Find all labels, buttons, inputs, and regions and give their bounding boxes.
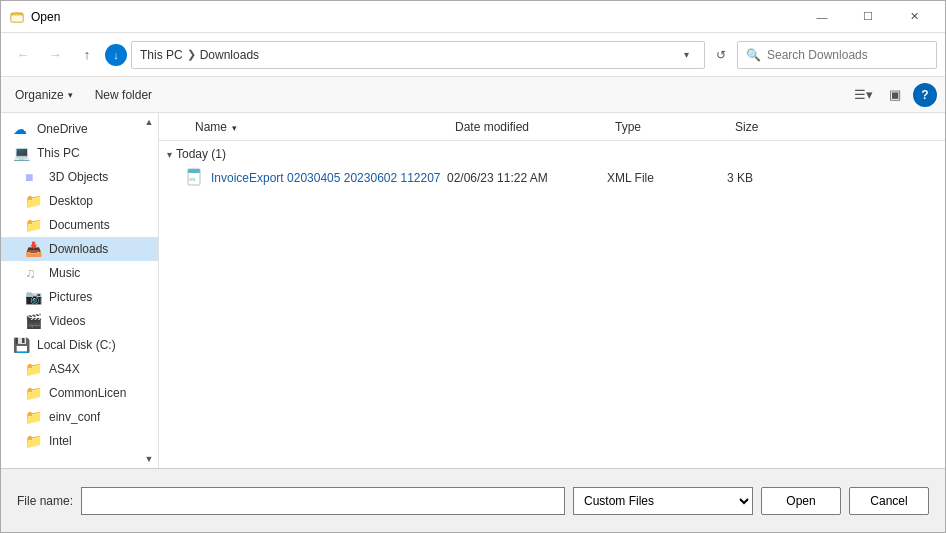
sidebar-item-intel-label: Intel (49, 434, 72, 448)
sidebar-scroll-up[interactable]: ▲ (142, 115, 156, 129)
crumb-thispc[interactable]: This PC (140, 48, 183, 62)
music-icon: ♫ (25, 265, 43, 281)
sidebar-item-localdisk[interactable]: 💾 Local Disk (C:) (1, 333, 158, 357)
col-header-type[interactable]: Type (611, 120, 731, 134)
sidebar-scroll-down[interactable]: ▼ (142, 452, 156, 466)
main-content: ▲ ☁ OneDrive 💻 This PC ■ 3D Objects 📁 De… (1, 113, 945, 468)
file-name: InvoiceExport 02030405 20230602 112207 (211, 171, 447, 185)
computer-icon: 💻 (13, 145, 31, 161)
forward-button[interactable]: → (41, 41, 69, 69)
sidebar-item-einv-conf[interactable]: 📁 einv_conf (1, 405, 158, 429)
new-folder-button[interactable]: New folder (87, 84, 160, 106)
up-button[interactable]: ↑ (73, 41, 101, 69)
breadcrumb: This PC ❯ Downloads (140, 48, 672, 62)
cancel-button[interactable]: Cancel (849, 487, 929, 515)
organize-bar: Organize ▾ New folder ☰▾ ▣ ? (1, 77, 945, 113)
pictures-icon: 📷 (25, 289, 43, 305)
svg-rect-3 (188, 169, 200, 173)
organize-label: Organize (15, 88, 64, 102)
sidebar-item-music[interactable]: ♫ Music (1, 261, 158, 285)
address-bar[interactable]: This PC ❯ Downloads ▾ (131, 41, 705, 69)
commonlicen-icon: 📁 (25, 385, 43, 401)
sidebar-item-desktop-label: Desktop (49, 194, 93, 208)
search-box: 🔍 (737, 41, 937, 69)
sidebar-item-thispc[interactable]: 💻 This PC (1, 141, 158, 165)
desktop-icon: 📁 (25, 193, 43, 209)
address-toolbar: ← → ↑ ↓ This PC ❯ Downloads ▾ ↺ 🔍 (1, 33, 945, 77)
group-label: Today (1) (176, 147, 226, 161)
sidebar-item-desktop[interactable]: 📁 Desktop (1, 189, 158, 213)
filename-input[interactable] (81, 487, 565, 515)
address-dropdown-button[interactable]: ▾ (676, 45, 696, 65)
bottom-bar: File name: Custom Files Open Cancel (1, 468, 945, 532)
dialog-icon (9, 9, 25, 25)
filetype-select[interactable]: Custom Files (573, 487, 753, 515)
name-sort-icon: ▾ (232, 123, 237, 133)
refresh-button[interactable]: ↺ (709, 43, 733, 67)
sidebar-item-downloads-label: Downloads (49, 242, 108, 256)
location-icon: ↓ (105, 44, 127, 66)
action-buttons: Open Cancel (761, 487, 929, 515)
intel-icon: 📁 (25, 433, 43, 449)
file-date: 02/06/23 11:22 AM (447, 171, 607, 185)
dialog-title: Open (31, 10, 799, 24)
videos-icon: 🎬 (25, 313, 43, 329)
sidebar-item-commonlicen[interactable]: 📁 CommonLicen (1, 381, 158, 405)
drive-icon: 💾 (13, 337, 31, 353)
new-folder-label: New folder (95, 88, 152, 102)
file-group-today: ▾ Today (1) (159, 141, 945, 165)
sidebar-item-documents[interactable]: 📁 Documents (1, 213, 158, 237)
sidebar-item-intel[interactable]: 📁 Intel (1, 429, 158, 453)
sidebar-item-pictures[interactable]: 📷 Pictures (1, 285, 158, 309)
sidebar-item-videos[interactable]: 🎬 Videos (1, 309, 158, 333)
sidebar-item-downloads[interactable]: 📥 Downloads (1, 237, 158, 261)
einv-conf-icon: 📁 (25, 409, 43, 425)
maximize-button[interactable]: ☐ (845, 1, 891, 33)
sidebar-item-as4x[interactable]: 📁 AS4X (1, 357, 158, 381)
col-header-date[interactable]: Date modified (451, 120, 611, 134)
sidebar: ▲ ☁ OneDrive 💻 This PC ■ 3D Objects 📁 De… (1, 113, 159, 468)
sidebar-item-as4x-label: AS4X (49, 362, 80, 376)
help-button[interactable]: ? (913, 83, 937, 107)
minimize-button[interactable]: — (799, 1, 845, 33)
as4x-icon: 📁 (25, 361, 43, 377)
table-row[interactable]: XML InvoiceExport 02030405 20230602 1122… (159, 165, 945, 191)
sidebar-item-onedrive[interactable]: ☁ OneDrive (1, 117, 158, 141)
search-input[interactable] (767, 48, 928, 62)
svg-rect-1 (11, 15, 23, 22)
window-controls: — ☐ ✕ (799, 1, 937, 33)
sidebar-item-music-label: Music (49, 266, 80, 280)
file-size: 3 KB (727, 171, 807, 185)
crumb-downloads[interactable]: Downloads (200, 48, 259, 62)
sidebar-item-localdisk-label: Local Disk (C:) (37, 338, 116, 352)
col-header-name[interactable]: Name ▾ (191, 120, 451, 134)
sidebar-item-3dobjects[interactable]: ■ 3D Objects (1, 165, 158, 189)
sidebar-item-thispc-label: This PC (37, 146, 80, 160)
preview-pane-button[interactable]: ▣ (881, 81, 909, 109)
file-list-header: Name ▾ Date modified Type Size (159, 113, 945, 141)
downloads-icon: 📥 (25, 241, 43, 257)
sidebar-item-pictures-label: Pictures (49, 290, 92, 304)
sidebar-item-videos-label: Videos (49, 314, 85, 328)
3dobjects-icon: ■ (25, 169, 43, 185)
search-icon: 🔍 (746, 48, 761, 62)
organize-chevron: ▾ (68, 90, 73, 100)
organize-right-controls: ☰▾ ▣ ? (849, 81, 937, 109)
onedrive-icon: ☁ (13, 121, 31, 137)
file-list: Name ▾ Date modified Type Size ▾ Today (… (159, 113, 945, 468)
filename-label: File name: (17, 494, 73, 508)
close-button[interactable]: ✕ (891, 1, 937, 33)
open-dialog: Open — ☐ ✕ ← → ↑ ↓ This PC ❯ Downloads ▾… (0, 0, 946, 533)
sidebar-item-commonlicen-label: CommonLicen (49, 386, 126, 400)
view-toggle-button[interactable]: ☰▾ (849, 81, 877, 109)
open-button[interactable]: Open (761, 487, 841, 515)
xml-file-icon: XML (187, 168, 211, 189)
sidebar-item-einv-conf-label: einv_conf (49, 410, 100, 424)
sidebar-item-3dobjects-label: 3D Objects (49, 170, 108, 184)
group-toggle[interactable]: ▾ (167, 149, 172, 160)
file-type: XML File (607, 171, 727, 185)
back-button[interactable]: ← (9, 41, 37, 69)
col-header-size[interactable]: Size (731, 120, 811, 134)
help-label: ? (921, 88, 928, 102)
organize-button[interactable]: Organize ▾ (9, 84, 79, 106)
